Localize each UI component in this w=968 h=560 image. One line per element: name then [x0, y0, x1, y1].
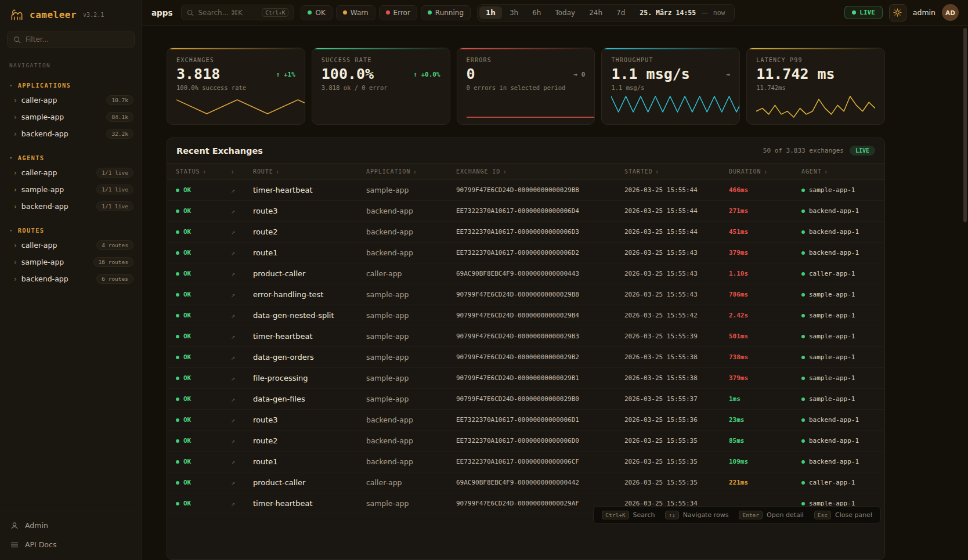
chevron-right-icon: ›: [14, 131, 17, 138]
sidebar-item-backend-app[interactable]: › backend-app 1/1 live: [0, 198, 142, 215]
filter-chip-ok[interactable]: OK: [301, 5, 332, 20]
sidebar-item-sample-app[interactable]: › sample-app 84.1k: [0, 109, 142, 125]
table-row[interactable]: OK ↗ file-processing sample-app 90799F47…: [167, 368, 884, 389]
application-cell: sample-app: [366, 290, 456, 299]
route-cell: error-handling-test: [253, 290, 366, 299]
table-row[interactable]: OK ↗ route2 backend-app EE7322370A10617-…: [167, 222, 884, 243]
sidebar-item-sample-app[interactable]: › sample-app 16 routes: [0, 254, 142, 270]
sidebar-item-caller-app[interactable]: › caller-app 1/1 live: [0, 164, 142, 181]
table-row[interactable]: OK ↗ product-caller caller-app 69AC90BF8…: [167, 263, 884, 284]
live-toggle[interactable]: LIVE: [844, 6, 883, 19]
main-column: apps Search... ⌘K Ctrl+K OK Warn Error R…: [142, 0, 968, 560]
sparkline-svg: [756, 93, 875, 119]
search-input[interactable]: Search... ⌘K Ctrl+K: [181, 5, 294, 20]
open-row-icon[interactable]: ↗: [231, 312, 253, 320]
filter-chip-warn[interactable]: Warn: [336, 5, 375, 20]
ok-status-dot: [176, 293, 179, 297]
time-range-today[interactable]: Today: [548, 6, 581, 19]
table-row[interactable]: OK ↗ route1 backend-app EE7322370A10617-…: [167, 451, 884, 472]
duration-cell: 2.42s: [729, 312, 801, 319]
open-row-icon[interactable]: ↗: [231, 500, 253, 508]
avatar[interactable]: AD: [942, 4, 959, 21]
sidebar-item-admin[interactable]: Admin: [0, 516, 142, 535]
column-header-open[interactable]: ↕: [231, 169, 253, 175]
table-row[interactable]: OK ↗ route2 backend-app EE7322370A10617-…: [167, 431, 884, 451]
open-row-icon[interactable]: ↗: [231, 333, 253, 341]
theme-toggle-button[interactable]: [889, 4, 906, 21]
sidebar-filter-input[interactable]: Filter...: [7, 31, 135, 48]
chevron-right-icon: ›: [14, 169, 17, 176]
application-cell: backend-app: [366, 207, 456, 215]
open-row-icon[interactable]: ↗: [231, 395, 253, 403]
stat-subtext: 11.742ms: [756, 84, 875, 91]
open-row-icon[interactable]: ↗: [231, 479, 253, 487]
agent-status-dot: [801, 293, 805, 297]
column-header-agent[interactable]: AGENT↕: [801, 168, 884, 175]
search-icon: [187, 9, 194, 16]
hint-label: Navigate rows: [683, 511, 729, 519]
table-row[interactable]: OK ↗ error-handling-test sample-app 9079…: [167, 284, 884, 305]
table-row[interactable]: OK ↗ data-gen-orders sample-app 90799F47…: [167, 347, 884, 368]
chevron-right-icon: ›: [14, 186, 17, 193]
table-row[interactable]: OK ↗ product-caller caller-app 69AC90BF8…: [167, 472, 884, 493]
table-row[interactable]: OK ↗ route1 backend-app EE7322370A10617-…: [167, 243, 884, 263]
sidebar-item-caller-app[interactable]: › caller-app 4 routes: [0, 237, 142, 254]
sidebar-item-badge: 32.2k: [106, 129, 133, 139]
open-row-icon[interactable]: ↗: [231, 291, 253, 299]
column-header-route[interactable]: ROUTE↕: [253, 168, 366, 175]
open-row-icon[interactable]: ↗: [231, 270, 253, 278]
open-row-icon[interactable]: ↗: [231, 416, 253, 424]
time-range-3h[interactable]: 3h: [503, 6, 525, 19]
started-cell: 2026-03-25 15:55:44: [624, 186, 729, 194]
exchange-id-cell: 69AC90BF8EBC4F9-0000000000000442: [456, 479, 624, 486]
agent-cell: sample-app-1: [801, 291, 884, 298]
window-scrollbar[interactable]: [963, 28, 967, 222]
open-row-icon[interactable]: ↗: [231, 458, 253, 466]
sparkline: [756, 93, 875, 119]
sidebar-item-label: caller-app: [21, 168, 92, 177]
nav-section-header[interactable]: ▾ AGENTS: [0, 151, 142, 164]
column-header-duration[interactable]: DURATION↕: [729, 168, 801, 175]
table-row[interactable]: OK ↗ route3 backend-app EE7322370A10617-…: [167, 410, 884, 431]
table-row[interactable]: OK ↗ data-gen-files sample-app 90799F47E…: [167, 389, 884, 410]
table-row[interactable]: OK ↗ route3 backend-app EE7322370A10617-…: [167, 201, 884, 222]
open-row-icon[interactable]: ↗: [231, 374, 253, 382]
open-row-icon[interactable]: ↗: [231, 186, 253, 194]
sidebar-item-label: backend-app: [21, 202, 92, 211]
started-cell: 2026-03-25 15:55:35: [624, 479, 729, 486]
filter-chip-error[interactable]: Error: [379, 5, 417, 20]
application-cell: backend-app: [366, 248, 456, 257]
open-row-icon[interactable]: ↗: [231, 353, 253, 362]
application-cell: sample-app: [366, 311, 456, 320]
time-range-1h[interactable]: 1h: [479, 6, 502, 19]
started-cell: 2026-03-25 15:55:43: [624, 249, 729, 256]
stat-accent-bar: [312, 48, 450, 49]
sidebar-item-sample-app[interactable]: › sample-app 1/1 live: [0, 181, 142, 198]
nav-section-header[interactable]: ▾ APPLICATIONS: [0, 79, 142, 92]
table-row[interactable]: OK ↗ data-gen-nested-split sample-app 90…: [167, 305, 884, 326]
hint-kbd: Ctrl+K: [602, 511, 629, 519]
column-header-status[interactable]: STATUS↕: [176, 168, 231, 175]
sidebar-item-caller-app[interactable]: › caller-app 10.7k: [0, 92, 142, 109]
column-header-started[interactable]: STARTED↕: [624, 168, 729, 175]
table-row[interactable]: OK ↗ timer-heartbeat sample-app 90799F47…: [167, 180, 884, 201]
filter-chip-running[interactable]: Running: [421, 5, 471, 20]
table-row[interactable]: OK ↗ timer-heartbeat sample-app 90799F47…: [167, 326, 884, 347]
time-range-7d[interactable]: 7d: [610, 6, 631, 19]
route-cell: product-caller: [253, 478, 366, 487]
sidebar-item-backend-app[interactable]: › backend-app 32.2k: [0, 125, 142, 142]
open-row-icon[interactable]: ↗: [231, 207, 253, 215]
open-row-icon[interactable]: ↗: [231, 437, 253, 445]
column-header-application[interactable]: APPLICATION↕: [366, 168, 456, 175]
time-range-6h[interactable]: 6h: [526, 6, 547, 19]
time-range-24h[interactable]: 24h: [583, 6, 609, 19]
nav-section-header[interactable]: ▾ ROUTES: [0, 224, 142, 237]
open-row-icon[interactable]: ↗: [231, 249, 253, 257]
open-row-icon[interactable]: ↗: [231, 228, 253, 236]
stat-title: EXCHANGES: [176, 57, 295, 63]
application-cell: sample-app: [366, 395, 456, 403]
sidebar-item-api-docs[interactable]: API Docs: [0, 535, 142, 554]
sidebar-item-backend-app[interactable]: › backend-app 6 routes: [0, 270, 142, 287]
column-header-exchange-id[interactable]: EXCHANGE ID↕: [456, 168, 624, 175]
sort-icon: ↕: [764, 169, 767, 175]
